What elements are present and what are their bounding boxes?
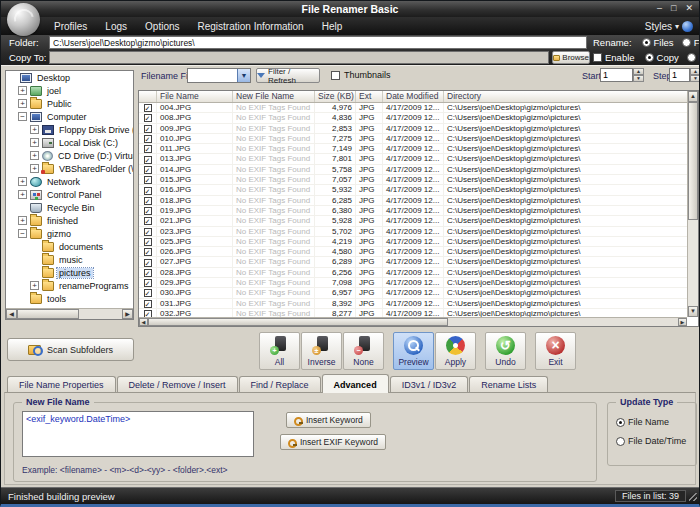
maximize-button[interactable]: □ (671, 2, 676, 15)
update-type-radio-option[interactable]: File Name (616, 417, 686, 427)
row-checkbox[interactable] (144, 259, 152, 267)
row-checkbox[interactable] (144, 125, 152, 133)
browse-button[interactable]: Browse (552, 51, 590, 64)
tree-item[interactable]: Control Panel (6, 188, 133, 201)
rename-radio-option[interactable]: Files (642, 37, 674, 48)
column-header-ext[interactable]: Ext (356, 91, 383, 102)
table-row[interactable]: 031.JPG No EXIF Tags Found 8,392 JPG 4/1… (139, 299, 687, 309)
tree-expander[interactable] (30, 281, 39, 290)
scroll-left-icon[interactable]: ◀ (139, 318, 148, 326)
styles-dropdown[interactable]: Styles ▾ (645, 17, 693, 35)
table-row[interactable]: 021.JPG No EXIF Tags Found 5,928 JPG 4/1… (139, 216, 687, 226)
table-row[interactable]: 014.JPG No EXIF Tags Found 5,758 JPG 4/1… (139, 165, 687, 175)
close-button[interactable]: ✕ (685, 2, 693, 15)
action-button[interactable]: None (343, 332, 384, 370)
tree-item[interactable]: Network (6, 175, 133, 188)
tree-expander[interactable] (30, 242, 39, 251)
file-list-horizontal-scrollbar[interactable]: ◀ ▶ (139, 317, 687, 326)
menu-item[interactable]: Profiles (45, 21, 96, 32)
table-row[interactable]: 030.JPG No EXIF Tags Found 6,957 JPG 4/1… (139, 288, 687, 298)
column-header-directory[interactable]: Directory (444, 91, 687, 102)
table-row[interactable]: 010.JPG No EXIF Tags Found 7,275 JPG 4/1… (139, 134, 687, 144)
row-checkbox[interactable] (144, 289, 152, 297)
action-button[interactable]: All (259, 332, 300, 370)
tree-expander[interactable] (18, 86, 27, 95)
action-button[interactable]: Exit (535, 332, 576, 370)
column-header-new-file-name[interactable]: New File Name (233, 91, 315, 102)
table-row[interactable]: 009.JPG No EXIF Tags Found 2,853 JPG 4/1… (139, 124, 687, 134)
tab[interactable]: File Name Properties (7, 376, 116, 393)
tree-item[interactable]: joel (6, 84, 133, 97)
tab[interactable]: Advanced (322, 374, 389, 393)
tree-expander[interactable] (18, 203, 27, 212)
tree-expander[interactable] (18, 177, 27, 186)
row-checkbox[interactable] (144, 145, 152, 153)
table-row[interactable]: 018.JPG No EXIF Tags Found 6,285 JPG 4/1… (139, 196, 687, 206)
table-row[interactable]: 019.JPG No EXIF Tags Found 6,380 JPG 4/1… (139, 206, 687, 216)
column-header-file-name[interactable]: File Name (157, 91, 233, 102)
tree-expander[interactable] (30, 164, 39, 173)
row-checkbox[interactable] (144, 135, 152, 143)
insert-exif-keyword-button[interactable]: Insert EXIF Keyword (280, 434, 386, 450)
filter-refresh-button[interactable]: Filter / Refresh (256, 68, 320, 83)
dropdown-arrow-icon[interactable]: ▼ (237, 69, 250, 82)
row-checkbox[interactable] (144, 156, 152, 164)
tree-item[interactable]: tools (6, 292, 133, 305)
table-row[interactable]: 028.JPG No EXIF Tags Found 6,256 JPG 4/1… (139, 268, 687, 278)
tree-expander[interactable] (30, 125, 39, 134)
tab[interactable]: Rename Lists (469, 376, 548, 393)
action-button[interactable]: Undo (485, 332, 526, 370)
thumbnails-checkbox[interactable]: Thumbnails (331, 70, 391, 80)
new-file-name-input[interactable]: <exif_keyword.DateTime> (22, 411, 254, 457)
tree-item[interactable]: CD Drive (D:) VirtualBox Guest (6, 149, 133, 162)
update-type-radio-option[interactable]: File Date/Time (616, 436, 686, 446)
tree-item[interactable]: Floppy Disk Drive (A:) (6, 123, 133, 136)
tree-item[interactable]: finished (6, 214, 133, 227)
enable-checkbox[interactable]: Enable (593, 52, 635, 63)
row-checkbox[interactable] (144, 310, 152, 317)
copymove-radio-option[interactable]: Copy (645, 52, 679, 63)
copyto-path-input[interactable] (49, 51, 549, 64)
minimize-button[interactable]: – (657, 2, 662, 15)
tree-item[interactable]: documents (6, 240, 133, 253)
menu-item[interactable]: Help (313, 21, 352, 32)
row-checkbox[interactable] (144, 114, 152, 122)
copymove-radio-option[interactable]: Move (687, 52, 700, 63)
tree-item[interactable]: Desktop (6, 71, 133, 84)
table-row[interactable]: 027.JPG No EXIF Tags Found 6,289 JPG 4/1… (139, 257, 687, 267)
scroll-right-icon[interactable]: ▶ (122, 309, 133, 319)
table-row[interactable]: 004.JPG No EXIF Tags Found 4,976 JPG 4/1… (139, 103, 687, 113)
tree-expander[interactable] (18, 112, 27, 121)
row-checkbox[interactable] (144, 104, 152, 112)
menu-item[interactable]: Registration Information (189, 21, 313, 32)
column-header-date-modified[interactable]: Date Modified (383, 91, 444, 102)
tree-item[interactable]: Computer (6, 110, 133, 123)
folder-tree[interactable]: Desktop joel Public (6, 71, 133, 308)
column-header-check[interactable] (139, 91, 157, 102)
row-checkbox[interactable] (144, 207, 152, 215)
insert-keyword-button[interactable]: Insert Keyword (286, 412, 371, 428)
tree-item[interactable]: music (6, 253, 133, 266)
scrollbar-thumb[interactable] (17, 309, 79, 319)
tree-expander[interactable] (30, 268, 39, 277)
file-list-vertical-scrollbar[interactable]: ▲ ▼ (687, 91, 698, 317)
table-row[interactable]: 029.JPG No EXIF Tags Found 7,098 JPG 4/1… (139, 278, 687, 288)
tree-expander[interactable] (30, 138, 39, 147)
tab[interactable]: Find / Replace (239, 376, 321, 393)
row-checkbox[interactable] (144, 217, 152, 225)
folder-path-input[interactable] (49, 36, 587, 49)
scroll-left-icon[interactable]: ◀ (6, 309, 17, 319)
tree-expander[interactable] (18, 229, 27, 238)
tree-expander[interactable] (30, 255, 39, 264)
scroll-up-icon[interactable]: ▲ (688, 91, 698, 102)
scrollbar-thumb[interactable] (148, 318, 448, 326)
table-row[interactable]: 026.JPG No EXIF Tags Found 4,580 JPG 4/1… (139, 247, 687, 257)
tree-expander[interactable] (30, 151, 39, 160)
column-header-size[interactable]: Size (KB) (315, 91, 356, 102)
step-stepper[interactable]: ▲▼ (690, 68, 700, 82)
table-row[interactable]: 015.JPG No EXIF Tags Found 7,057 JPG 4/1… (139, 175, 687, 185)
table-row[interactable]: 013.JPG No EXIF Tags Found 7,801 JPG 4/1… (139, 154, 687, 164)
table-row[interactable]: 025.JPG No EXIF Tags Found 4,219 JPG 4/1… (139, 237, 687, 247)
action-button[interactable]: Preview (393, 332, 434, 370)
tab[interactable]: ID3v1 / ID3v2 (390, 376, 469, 393)
